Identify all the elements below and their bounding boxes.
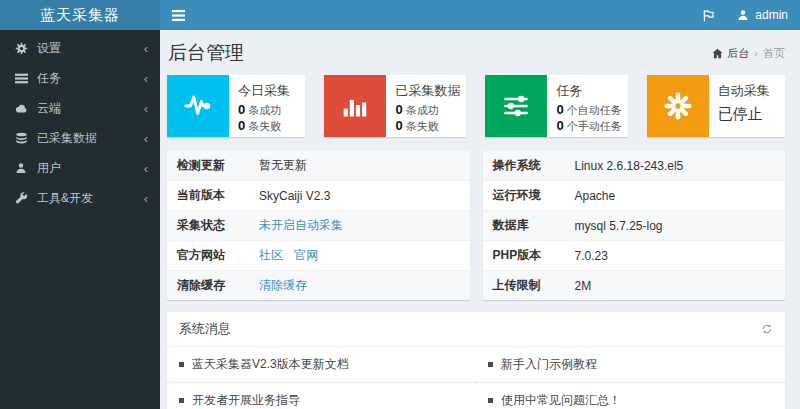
navbar: admin (160, 0, 800, 30)
refresh-icon (761, 323, 773, 335)
breadcrumb-separator: › (754, 47, 758, 59)
stat-value: 0 (395, 102, 402, 117)
breadcrumb-current: 首页 (763, 46, 785, 61)
user-name: admin (755, 8, 788, 22)
stat-label: 条成功 (248, 104, 281, 116)
collect-status-link[interactable]: 未开启自动采集 (259, 218, 343, 232)
message-item[interactable]: 开发者开展业务指导 (167, 383, 476, 409)
content-area: 后台管理 后台 › 首页 今日采集 (160, 30, 800, 409)
table-row: 官方网站 社区 官网 (167, 241, 470, 271)
environment-panel: 操作系统 Linux 2.6.18-243.el5 运行环境 Apache 数据… (483, 151, 786, 300)
message-item[interactable]: 使用中常见问题汇总！ (476, 383, 785, 409)
database-icon (14, 132, 28, 145)
info-panels-row: 检测更新 暂无更新 当前版本 SkyCaiji V2.3 采集状态 未开启自动采… (160, 137, 800, 300)
app-logo[interactable]: 蓝天采集器 (0, 0, 160, 30)
stat-label: 条失败 (248, 120, 281, 132)
bar-chart-icon (324, 75, 386, 137)
row-value: Linux 2.6.18-243.el5 (565, 151, 786, 181)
table-row: 清除缓存 清除缓存 (167, 271, 470, 301)
content-header: 后台管理 后台 › 首页 (160, 30, 800, 75)
table-row: PHP版本 7.0.23 (483, 241, 786, 271)
card-today-collection[interactable]: 今日采集 0条成功 0条失败 (167, 75, 305, 137)
card-collected-data[interactable]: 已采集数据 0条成功 0条失败 (324, 75, 466, 137)
bullet-icon (179, 398, 184, 403)
message-item[interactable]: 新手入门示例教程 (476, 347, 785, 383)
row-value: 暂无更新 (249, 151, 470, 181)
page-title: 后台管理 (168, 40, 244, 66)
row-value: mysql 5.7.25-log (565, 211, 786, 241)
card-content: 任务 0个自动任务 0个手动任务 (547, 75, 627, 137)
row-value: 7.0.23 (565, 241, 786, 271)
table-row: 上传限制 2M (483, 271, 786, 301)
row-label: 清除缓存 (167, 271, 249, 301)
sidebar-item-label: 云端 (37, 100, 61, 117)
sidebar-item-tasks[interactable]: 任务 ‹ (0, 63, 160, 93)
flag-menu-button[interactable] (702, 9, 715, 22)
clear-cache-link[interactable]: 清除缓存 (259, 278, 307, 292)
card-content: 今日采集 0条成功 0条失败 (229, 75, 296, 137)
sidebar-item-tools-dev[interactable]: 工具&开发 ‹ (0, 183, 160, 213)
environment-table: 操作系统 Linux 2.6.18-243.el5 运行环境 Apache 数据… (483, 151, 786, 300)
card-title: 已采集数据 (395, 82, 460, 100)
row-label: 操作系统 (483, 151, 565, 181)
breadcrumb-home-link[interactable]: 后台 (712, 46, 749, 61)
row-label: 上传限制 (483, 271, 565, 301)
table-row: 检测更新 暂无更新 (167, 151, 470, 181)
community-link[interactable]: 社区 (259, 248, 283, 262)
card-stat-line: 0条失败 (238, 118, 290, 134)
chevron-left-icon: ‹ (144, 72, 148, 85)
stat-label: 条失败 (406, 120, 439, 132)
sidebar-item-cloud[interactable]: 云端 ‹ (0, 93, 160, 123)
message-text: 新手入门示例教程 (501, 356, 597, 373)
row-label: 运行环境 (483, 181, 565, 211)
stat-label: 条成功 (406, 104, 439, 116)
cloud-icon (14, 102, 28, 115)
system-status-panel: 检测更新 暂无更新 当前版本 SkyCaiji V2.3 采集状态 未开启自动采… (167, 151, 470, 300)
card-title: 任务 (556, 82, 621, 100)
status-table: 检测更新 暂无更新 当前版本 SkyCaiji V2.3 采集状态 未开启自动采… (167, 151, 470, 300)
stat-label: 个手动任务 (567, 120, 622, 132)
card-tasks[interactable]: 任务 0个自动任务 0个手动任务 (485, 75, 627, 137)
breadcrumb-home-label: 后台 (727, 46, 749, 61)
stat-value: 0 (556, 102, 563, 117)
card-auto-collection[interactable]: 自动采集 已停止 (647, 75, 785, 137)
user-icon (14, 162, 28, 174)
card-title: 今日采集 (238, 82, 290, 100)
table-row: 运行环境 Apache (483, 181, 786, 211)
message-text: 开发者开展业务指导 (192, 392, 300, 409)
table-row: 采集状态 未开启自动采集 (167, 211, 470, 241)
sidebar-item-collected-data[interactable]: 已采集数据 ‹ (0, 123, 160, 153)
table-row: 数据库 mysql 5.7.25-log (483, 211, 786, 241)
person-icon (737, 9, 749, 21)
breadcrumb: 后台 › 首页 (712, 46, 785, 61)
flag-icon (702, 9, 715, 22)
sliders-icon (485, 75, 547, 137)
table-row: 操作系统 Linux 2.6.18-243.el5 (483, 151, 786, 181)
sidebar-item-users[interactable]: 用户 ‹ (0, 153, 160, 183)
sidebar-toggle-button[interactable] (160, 0, 196, 30)
stat-value: 0 (556, 118, 563, 133)
stat-cards-row: 今日采集 0条成功 0条失败 已采集数据 0条成功 (160, 75, 800, 137)
card-stat-line: 0条失败 (395, 118, 460, 134)
wrench-icon (14, 192, 28, 205)
sidebar-item-settings[interactable]: 设置 ‹ (0, 33, 160, 63)
refresh-button[interactable] (761, 323, 773, 335)
official-site-link[interactable]: 官网 (294, 248, 318, 262)
card-content: 自动采集 已停止 (709, 75, 776, 137)
card-content: 已采集数据 0条成功 0条失败 (386, 75, 466, 137)
tasks-icon (14, 72, 28, 85)
table-row: 当前版本 SkyCaiji V2.3 (167, 181, 470, 211)
user-menu-button[interactable]: admin (737, 8, 788, 22)
hamburger-icon (172, 10, 185, 21)
message-item[interactable]: 蓝天采集器V2.3版本更新文档 (167, 347, 476, 383)
navbar-right: admin (702, 0, 788, 30)
system-messages-box: 系统消息 蓝天采集器V2.3版本更新文档 新手入门示例教程 (167, 312, 785, 409)
row-label: 当前版本 (167, 181, 249, 211)
stat-value: 0 (238, 102, 245, 117)
stat-value: 0 (395, 118, 402, 133)
auto-collection-status: 已停止 (718, 105, 770, 124)
chevron-left-icon: ‹ (144, 42, 148, 55)
card-stat-line: 0条成功 (238, 102, 290, 118)
chevron-left-icon: ‹ (144, 162, 148, 175)
messages-header: 系统消息 (167, 312, 785, 347)
